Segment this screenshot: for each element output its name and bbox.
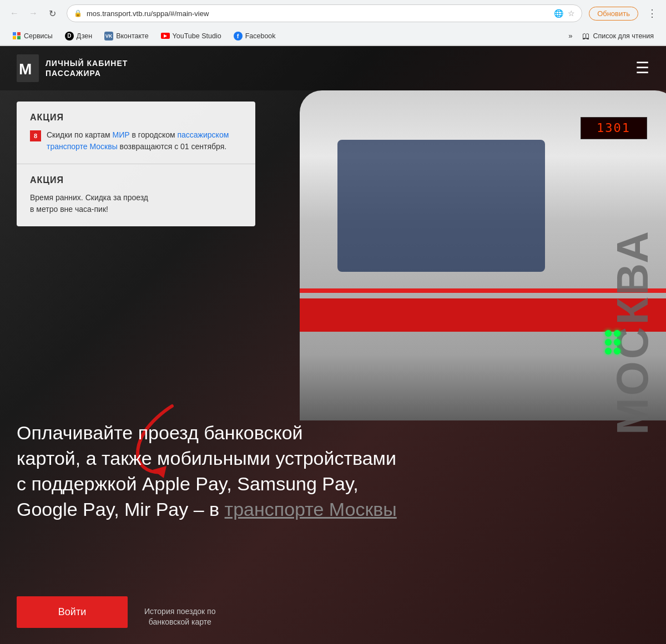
reading-list-icon: 🕮 bbox=[582, 32, 590, 40]
trip-history-link[interactable]: История поездок по банковской карте bbox=[144, 606, 215, 628]
bookmarks-more-button[interactable]: » bbox=[565, 30, 576, 42]
bookmark-services-label: Сервисы bbox=[24, 32, 53, 40]
green-dot-5 bbox=[605, 348, 612, 354]
bookmark-facebook-label: Facebook bbox=[245, 32, 276, 40]
vk-icon: VK bbox=[104, 32, 113, 40]
hero-text-area: Оплачивайте проезд банковской картой, а … bbox=[17, 420, 649, 523]
green-dot-1 bbox=[605, 330, 612, 337]
reading-list-label: Список для чтения bbox=[593, 32, 654, 40]
green-lights bbox=[605, 330, 620, 354]
browser-chrome: ← → ↻ 🔒 mos.transport.vtb.ru/sppa/#/main… bbox=[0, 0, 666, 46]
site-header: М ЛИЧНЫЙ КАБИНЕТ ПАССАЖИРА ☰ bbox=[0, 46, 666, 90]
reload-button[interactable]: ↻ bbox=[44, 6, 60, 21]
grid-icon bbox=[12, 32, 21, 40]
bottom-area: Войти История поездок по банковской карт… bbox=[17, 596, 649, 628]
svg-text:М: М bbox=[19, 60, 32, 78]
reading-list-button[interactable]: 🕮 Список для чтения bbox=[577, 30, 659, 42]
address-bar[interactable]: 🔒 mos.transport.vtb.ru/sppa/#/main-view … bbox=[67, 4, 582, 22]
update-button[interactable]: Обновить bbox=[589, 7, 638, 21]
logo-icon: М bbox=[17, 54, 39, 82]
facebook-icon: f bbox=[234, 32, 243, 40]
train-window bbox=[337, 140, 545, 272]
hamburger-menu-button[interactable]: ☰ bbox=[635, 60, 649, 76]
green-dot-6 bbox=[614, 348, 620, 354]
lock-icon: 🔒 bbox=[74, 9, 82, 17]
promo-text-2: Время ранних. Скидка за проездв метро вн… bbox=[30, 192, 148, 215]
translate-icon[interactable]: 🌐 bbox=[554, 9, 563, 18]
train-main-body: 1301 МОСКВА bbox=[300, 90, 666, 420]
bookmark-facebook[interactable]: f Facebook bbox=[228, 30, 281, 42]
back-button[interactable]: ← bbox=[7, 6, 22, 21]
bookmark-youtube[interactable]: ▶ YouTube Studio bbox=[155, 30, 227, 42]
promo-title-1: АКЦИЯ bbox=[30, 113, 242, 123]
bookmark-dzen[interactable]: D Дзен bbox=[59, 30, 98, 42]
page-content: 1301 МОСКВА М ЛИЧНЫЙ КАБИ bbox=[0, 46, 666, 644]
promo-body-1: 8 Скидки по картам МИР в городском пасса… bbox=[30, 129, 242, 153]
moscow-transport-link[interactable]: транспорте Москвы bbox=[225, 499, 397, 520]
promo-title-2: АКЦИЯ bbox=[30, 175, 242, 185]
green-dot-2 bbox=[614, 330, 620, 337]
promo-cards-container: АКЦИЯ 8 Скидки по картам МИР в городском… bbox=[17, 102, 255, 226]
logo-area: М ЛИЧНЫЙ КАБИНЕТ ПАССАЖИРА bbox=[17, 54, 128, 82]
bookmarks-bar: Сервисы D Дзен VK Вконтакте ▶ YouTube St… bbox=[0, 27, 666, 45]
mir-link[interactable]: МИР bbox=[113, 130, 130, 139]
login-button[interactable]: Войти bbox=[17, 596, 128, 628]
promo-card-1: АКЦИЯ 8 Скидки по картам МИР в городском… bbox=[17, 102, 255, 164]
logo-text: ЛИЧНЫЙ КАБИНЕТ ПАССАЖИРА bbox=[46, 58, 128, 78]
bookmark-vk[interactable]: VK Вконтакте bbox=[99, 30, 154, 42]
promo-body-2: Время ранних. Скидка за проездв метро вн… bbox=[30, 192, 242, 215]
promo-badge-1: 8 bbox=[30, 130, 41, 141]
browser-menu-button[interactable]: ⋮ bbox=[645, 5, 659, 22]
star-icon[interactable]: ☆ bbox=[568, 9, 575, 18]
url-text: mos.transport.vtb.ru/sppa/#/main-view bbox=[87, 9, 549, 18]
bookmark-youtube-label: YouTube Studio bbox=[173, 32, 221, 40]
forward-button[interactable]: → bbox=[26, 6, 41, 21]
led-display: 1301 bbox=[581, 117, 647, 139]
youtube-icon: ▶ bbox=[161, 32, 170, 40]
bookmark-vk-label: Вконтакте bbox=[116, 32, 148, 40]
green-dot-3 bbox=[605, 339, 612, 346]
led-text: 1301 bbox=[597, 121, 630, 135]
dzen-icon: D bbox=[65, 32, 74, 40]
green-dot-4 bbox=[614, 339, 620, 346]
promo-text-1: Скидки по картам МИР в городском пассажи… bbox=[47, 129, 242, 153]
nav-buttons: ← → ↻ bbox=[7, 6, 60, 21]
promo-card-2: АКЦИЯ Время ранних. Скидка за проездв ме… bbox=[17, 164, 255, 226]
passenger-transport-link[interactable]: пассажирском транспорте Москвы bbox=[47, 130, 229, 151]
hero-main-text: Оплачивайте проезд банковской картой, а … bbox=[17, 420, 405, 523]
bookmark-dzen-label: Дзен bbox=[77, 32, 92, 40]
bookmark-services[interactable]: Сервисы bbox=[7, 30, 58, 42]
browser-top-bar: ← → ↻ 🔒 mos.transport.vtb.ru/sppa/#/main… bbox=[0, 0, 666, 27]
